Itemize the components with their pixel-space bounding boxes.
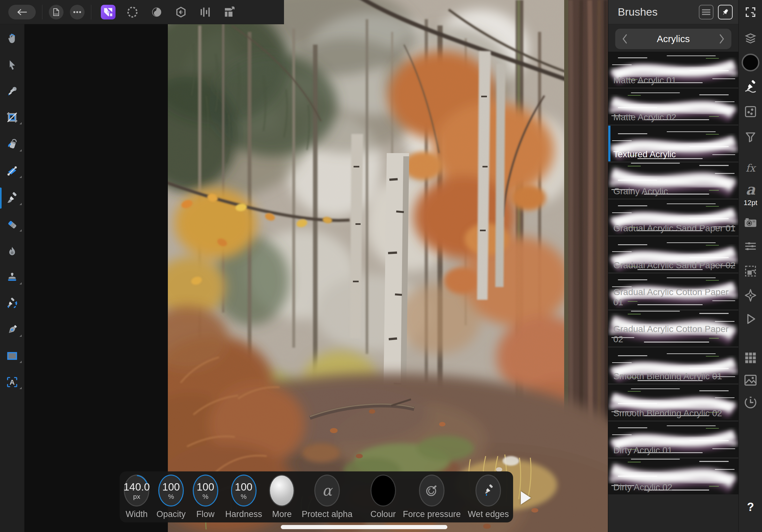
force-pressure-control[interactable]: Force pressure: [403, 475, 461, 519]
pen-nib-icon: [6, 324, 18, 336]
burn-dodge-tool-button[interactable]: [4, 244, 20, 259]
tone-mapping-persona-button[interactable]: [198, 5, 212, 20]
sliders-icon: [743, 239, 758, 253]
brush-category-selector[interactable]: Acrylics: [615, 29, 731, 49]
grid-studio-button[interactable]: [743, 351, 758, 365]
text-studio-button[interactable]: a 12pt: [744, 181, 758, 207]
brushes-studio-button[interactable]: [743, 79, 758, 94]
wet-edges-toggle[interactable]: [476, 475, 501, 506]
camera-studio-button[interactable]: [743, 215, 758, 230]
view-tool-button[interactable]: [4, 31, 20, 46]
filters-studio-button[interactable]: [744, 130, 757, 144]
grid-icon: [743, 351, 758, 365]
hardness-control[interactable]: 100 % Hardness: [225, 475, 262, 519]
chevron-right-icon[interactable]: [719, 34, 725, 44]
brush-item[interactable]: Smooth Blending Acrylic 02: [608, 385, 738, 420]
canvas-horizontal-scrollbar[interactable]: [281, 525, 447, 529]
history-studio-button[interactable]: [743, 395, 758, 410]
pin-panel-button[interactable]: [718, 5, 733, 20]
stamp-icon: [6, 271, 18, 284]
flow-control[interactable]: 100 % Flow: [193, 475, 218, 519]
crop-icon: [6, 111, 18, 123]
macros-studio-button[interactable]: [743, 312, 758, 326]
crop-tool-button[interactable]: [4, 110, 20, 125]
brush-list-options-button[interactable]: [699, 5, 714, 20]
back-button[interactable]: [8, 5, 36, 20]
protect-alpha-toggle[interactable]: α: [314, 475, 340, 506]
undo-brush-tool-button[interactable]: [4, 296, 20, 312]
brush-name: Gradual Acrylic Cotton Paper 02: [613, 324, 738, 345]
text-size-label: 12pt: [744, 199, 758, 207]
colour-control[interactable]: Colour: [370, 475, 396, 519]
colour-picker-tool-button[interactable]: [4, 84, 20, 99]
photo-persona-button[interactable]: [101, 5, 115, 20]
help-button[interactable]: ?: [747, 500, 754, 514]
brush-name: Gradual Acrylic Sand Paper 01: [613, 223, 735, 233]
develop-persona-button[interactable]: [174, 5, 188, 20]
protect-alpha-label: Protect alpha: [302, 509, 352, 519]
brush-item[interactable]: Dirty Acrylic 02: [608, 459, 738, 495]
erase-brush-tool-button[interactable]: [4, 217, 20, 232]
width-control[interactable]: 140.0 px Width: [124, 475, 149, 519]
brush-item[interactable]: Gradual Acrylic Cotton Paper 02: [608, 311, 738, 346]
brush-item[interactable]: Gradual Acrylic Sand Paper 01: [608, 200, 738, 235]
export-persona-button[interactable]: [222, 5, 237, 20]
brush-item[interactable]: Matte Acrylic 02: [608, 89, 738, 124]
opacity-dial[interactable]: 100 %: [158, 475, 184, 506]
move-tool-button[interactable]: [4, 57, 20, 73]
adjustment-icon: [743, 104, 758, 119]
selection-persona-button[interactable]: [125, 5, 140, 20]
brushes-panel-title: Brushes: [618, 6, 694, 18]
flow-dial[interactable]: 100 %: [193, 475, 218, 506]
brush-item[interactable]: Gradual Acrylic Sand Paper 02: [608, 237, 738, 272]
document-menu-button[interactable]: [49, 5, 63, 20]
image-icon: [743, 373, 758, 387]
gradient-tool-button[interactable]: [4, 163, 20, 179]
brush-item[interactable]: Matte Acrylic 01: [608, 52, 738, 87]
context-bar-expand-arrow[interactable]: [521, 491, 531, 504]
affinity-photo-app: A 140.0 px Width 100 % Opacity 100 %: [0, 0, 762, 532]
chevron-left-icon[interactable]: [622, 34, 628, 44]
subtool-indicator: [20, 387, 22, 389]
brush-name: Dirty Acrylic 01: [613, 445, 672, 455]
brush-item-selected[interactable]: Textured Acrylic: [608, 126, 738, 162]
layer-fx-studio-button[interactable]: fx: [746, 162, 755, 174]
paint-brush-tool-button[interactable]: [4, 190, 20, 206]
opacity-control[interactable]: 100 % Opacity: [156, 475, 186, 519]
text-tool-button[interactable]: A: [4, 374, 20, 390]
expand-panel-button[interactable]: [744, 6, 757, 19]
liquify-persona-button[interactable]: [149, 5, 164, 20]
brush-item[interactable]: Gradual Acrylic Cotton Paper 01: [608, 274, 738, 309]
colour-studio-button[interactable]: [741, 53, 760, 72]
force-pressure-toggle[interactable]: [419, 475, 444, 506]
flood-fill-tool-button[interactable]: [4, 137, 20, 152]
hardness-dial[interactable]: 100 %: [231, 475, 257, 506]
more-options-button[interactable]: [70, 5, 85, 20]
navigator-studio-button[interactable]: [743, 288, 758, 303]
adjustment-studio-button[interactable]: [743, 104, 758, 119]
layers-icon: [744, 32, 757, 46]
pen-tool-button[interactable]: [4, 322, 20, 337]
pin-icon: [721, 8, 730, 17]
protect-alpha-control[interactable]: α Protect alpha: [302, 475, 352, 519]
brush-preview-button[interactable]: [269, 475, 294, 506]
width-dial[interactable]: 140.0 px: [124, 475, 149, 506]
more-control[interactable]: More: [269, 475, 294, 519]
brush-name: Matte Acrylic 01: [613, 75, 676, 86]
shape-tool-button[interactable]: [4, 348, 20, 364]
brush-item[interactable]: Dirty Acrylic 01: [608, 422, 738, 457]
camera-icon: [743, 215, 758, 230]
colour-label: Colour: [370, 509, 396, 519]
selection-persona-icon: [126, 6, 139, 19]
stock-studio-button[interactable]: [743, 373, 758, 387]
brush-item[interactable]: Smooth Blending Acrylic 01: [608, 348, 738, 383]
transform-studio-button[interactable]: [743, 264, 758, 279]
opacity-unit: %: [168, 493, 174, 500]
colour-swatch[interactable]: [370, 475, 396, 506]
sliders-studio-button[interactable]: [743, 239, 758, 253]
layers-studio-button[interactable]: [744, 32, 757, 46]
brush-item[interactable]: Grainy Acrylic: [608, 163, 738, 198]
wet-edges-control[interactable]: Wet edges: [468, 475, 509, 519]
transform-icon: [743, 264, 758, 279]
clone-stamp-tool-button[interactable]: [4, 270, 20, 285]
